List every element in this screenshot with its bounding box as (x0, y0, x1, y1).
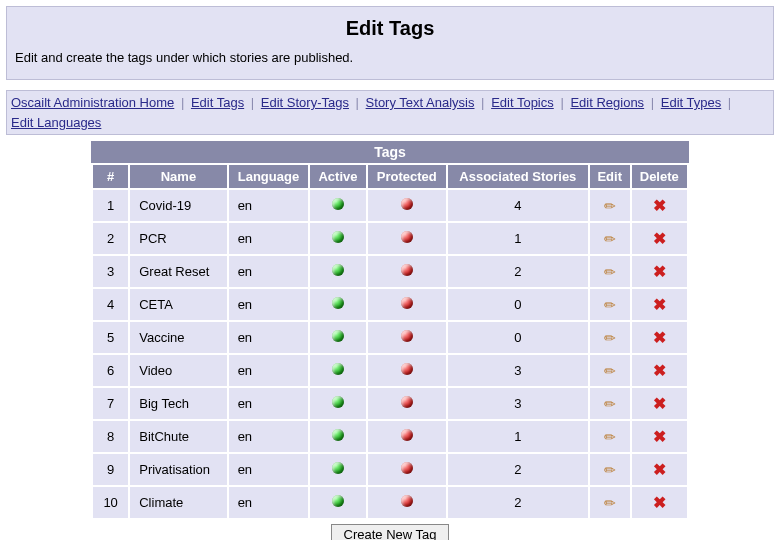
delete-icon[interactable]: ✖ (653, 230, 666, 247)
edit-cell: ✏ (590, 454, 630, 485)
nav-separator: | (557, 95, 566, 110)
delete-cell: ✖ (632, 355, 687, 386)
edit-icon[interactable]: ✏ (604, 264, 616, 280)
delete-icon[interactable]: ✖ (653, 362, 666, 379)
edit-cell: ✏ (590, 256, 630, 287)
row-number: 5 (93, 322, 128, 353)
column-header: Active (310, 165, 365, 188)
protected-cell (368, 322, 446, 353)
status-active-icon (332, 198, 344, 210)
tag-name: Covid-19 (130, 190, 226, 221)
column-header: Delete (632, 165, 687, 188)
column-header: Edit (590, 165, 630, 188)
nav-separator: | (725, 95, 734, 110)
associated-stories: 2 (448, 454, 588, 485)
edit-cell: ✏ (590, 388, 630, 419)
tag-language: en (229, 256, 309, 287)
status-unprotected-icon (401, 198, 413, 210)
tag-language: en (229, 454, 309, 485)
edit-icon[interactable]: ✏ (604, 429, 616, 445)
delete-icon[interactable]: ✖ (653, 428, 666, 445)
edit-icon[interactable]: ✏ (604, 363, 616, 379)
status-active-icon (332, 396, 344, 408)
active-cell (310, 454, 365, 485)
row-number: 4 (93, 289, 128, 320)
edit-cell: ✏ (590, 487, 630, 518)
status-unprotected-icon (401, 264, 413, 276)
edit-icon[interactable]: ✏ (604, 396, 616, 412)
tag-language: en (229, 190, 309, 221)
associated-stories: 3 (448, 355, 588, 386)
nav-link[interactable]: Edit Tags (191, 95, 244, 110)
delete-cell: ✖ (632, 388, 687, 419)
edit-cell: ✏ (590, 289, 630, 320)
delete-cell: ✖ (632, 454, 687, 485)
row-number: 1 (93, 190, 128, 221)
delete-cell: ✖ (632, 190, 687, 221)
status-unprotected-icon (401, 330, 413, 342)
delete-cell: ✖ (632, 322, 687, 353)
delete-icon[interactable]: ✖ (653, 395, 666, 412)
tag-name: Climate (130, 487, 226, 518)
delete-cell: ✖ (632, 421, 687, 452)
nav-separator: | (648, 95, 657, 110)
nav-separator: | (178, 95, 187, 110)
edit-icon[interactable]: ✏ (604, 462, 616, 478)
row-number: 8 (93, 421, 128, 452)
delete-icon[interactable]: ✖ (653, 263, 666, 280)
row-number: 2 (93, 223, 128, 254)
status-active-icon (332, 231, 344, 243)
status-unprotected-icon (401, 363, 413, 375)
associated-stories: 3 (448, 388, 588, 419)
status-unprotected-icon (401, 429, 413, 441)
table-row: 2PCRen1✏✖ (93, 223, 687, 254)
delete-icon[interactable]: ✖ (653, 197, 666, 214)
nav-link[interactable]: Edit Languages (11, 115, 101, 130)
nav-link[interactable]: Story Text Analysis (366, 95, 475, 110)
page-title: Edit Tags (15, 17, 765, 40)
status-active-icon (332, 462, 344, 474)
edit-icon[interactable]: ✏ (604, 330, 616, 346)
delete-cell: ✖ (632, 487, 687, 518)
delete-icon[interactable]: ✖ (653, 461, 666, 478)
nav-link[interactable]: Edit Topics (491, 95, 554, 110)
nav-link[interactable]: Edit Regions (570, 95, 644, 110)
active-cell (310, 355, 365, 386)
delete-icon[interactable]: ✖ (653, 329, 666, 346)
active-cell (310, 421, 365, 452)
protected-cell (368, 421, 446, 452)
status-active-icon (332, 363, 344, 375)
nav-link[interactable]: Edit Story-Tags (261, 95, 349, 110)
row-number: 9 (93, 454, 128, 485)
edit-icon[interactable]: ✏ (604, 297, 616, 313)
table-row: 7Big Techen3✏✖ (93, 388, 687, 419)
status-active-icon (332, 495, 344, 507)
column-header: Name (130, 165, 226, 188)
create-new-tag-button[interactable]: Create New Tag (331, 524, 450, 540)
delete-icon[interactable]: ✖ (653, 494, 666, 511)
edit-cell: ✏ (590, 322, 630, 353)
tag-language: en (229, 322, 309, 353)
row-number: 3 (93, 256, 128, 287)
column-header: # (93, 165, 128, 188)
protected-cell (368, 289, 446, 320)
tag-name: Video (130, 355, 226, 386)
status-unprotected-icon (401, 231, 413, 243)
tag-name: Great Reset (130, 256, 226, 287)
status-unprotected-icon (401, 495, 413, 507)
tag-language: en (229, 487, 309, 518)
edit-icon[interactable]: ✏ (604, 495, 616, 511)
edit-cell: ✏ (590, 355, 630, 386)
tags-table-caption: Tags (91, 141, 689, 163)
table-row: 5Vaccineen0✏✖ (93, 322, 687, 353)
nav-link[interactable]: Edit Types (661, 95, 721, 110)
edit-icon[interactable]: ✏ (604, 231, 616, 247)
row-number: 6 (93, 355, 128, 386)
delete-icon[interactable]: ✖ (653, 296, 666, 313)
status-active-icon (332, 264, 344, 276)
edit-icon[interactable]: ✏ (604, 198, 616, 214)
tag-name: BitChute (130, 421, 226, 452)
table-row: 10Climateen2✏✖ (93, 487, 687, 518)
delete-cell: ✖ (632, 223, 687, 254)
nav-link[interactable]: Oscailt Administration Home (11, 95, 174, 110)
